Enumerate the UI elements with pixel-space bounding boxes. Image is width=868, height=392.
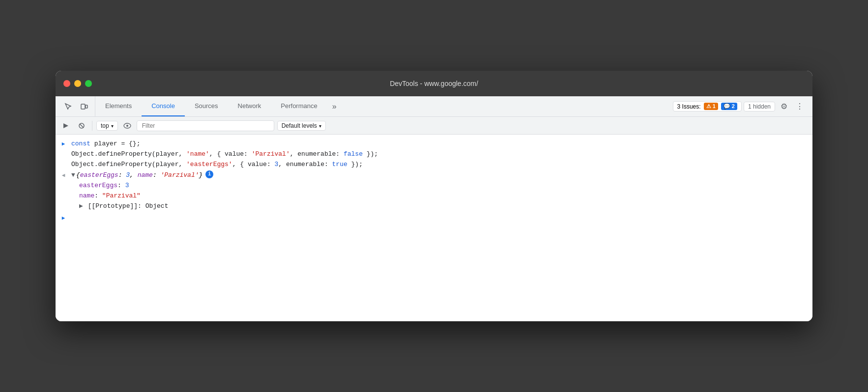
svg-rect-0 (81, 104, 85, 109)
code-line-1: const player = {}; (71, 139, 805, 149)
console-output-block: ◀ ▼ {easterEggs: 3, name: 'Parzival'} i … (56, 170, 812, 212)
log-levels-selector[interactable]: Default levels (277, 121, 326, 131)
minimize-button[interactable] (74, 80, 81, 87)
toolbar-right: 3 Issues: ⚠ 1 💬 2 1 hidden ⚙ ⋮ (669, 96, 810, 116)
eye-icon[interactable] (121, 119, 134, 132)
property-prototype: ▶ [[Prototype]]: Object (71, 201, 805, 212)
info-badge: 💬 2 (721, 103, 737, 110)
console-output: ▶ const player = {}; Object.defineProper… (56, 135, 812, 321)
filter-input[interactable] (137, 120, 274, 131)
window-title: DevTools - www.google.com/ (390, 80, 478, 87)
maximize-button[interactable] (85, 80, 92, 87)
inspect-icon[interactable] (61, 100, 75, 113)
tabs: Elements Console Sources Network Perform… (95, 96, 669, 116)
warning-badge: ⚠ 1 (704, 103, 718, 110)
prototype-triangle[interactable]: ▶ (79, 202, 83, 210)
clear-icon[interactable] (75, 119, 88, 132)
devtools-window: DevTools - www.google.com/ Elements Cons… (56, 71, 812, 321)
easter-eggs-prop-val: 3 (125, 182, 129, 189)
keyword-const: const (71, 140, 94, 147)
log-levels-chevron-icon (319, 122, 321, 129)
tab-performance[interactable]: Performance (271, 96, 327, 116)
more-tabs-button[interactable]: » (327, 96, 342, 116)
tab-console[interactable]: Console (142, 96, 185, 116)
console-input-block: ▶ const player = {}; Object.defineProper… (56, 139, 812, 170)
object-info-icon[interactable]: i (205, 170, 213, 178)
svg-marker-2 (63, 123, 68, 128)
object-summary-line: ▼ {easterEggs: 3, name: 'Parzival'} i (71, 170, 805, 181)
tab-elements[interactable]: Elements (95, 96, 142, 116)
svg-point-6 (126, 125, 128, 127)
context-chevron-icon (111, 122, 114, 129)
input-arrow: ▶ (56, 139, 71, 149)
name-prop-val: "Parzival" (102, 192, 141, 199)
easter-eggs-key: easterEggs (80, 171, 118, 179)
code-block: const player = {}; Object.defineProperty… (71, 139, 812, 169)
issues-label: 3 Issues: (677, 103, 701, 110)
prototype-label: [[Prototype]]: Object (88, 202, 169, 210)
titlebar: DevTools - www.google.com/ (56, 71, 812, 96)
name-prop-key: name (79, 192, 94, 199)
context-selector[interactable]: top (96, 121, 118, 131)
hidden-badge[interactable]: 1 hidden (744, 102, 775, 112)
toolbar-icons (58, 96, 95, 116)
output-arrow: ◀ (56, 170, 71, 180)
tab-network[interactable]: Network (228, 96, 271, 116)
console-toolbar: top Default levels (56, 117, 812, 135)
divider (92, 121, 92, 131)
traffic-lights (63, 80, 92, 87)
easter-eggs-prop-key: easterEggs (79, 182, 117, 189)
tab-sources[interactable]: Sources (185, 96, 228, 116)
svg-line-4 (80, 124, 84, 128)
prompt-arrow: ▶ (56, 213, 71, 223)
console-prompt-line[interactable]: ▶ (56, 212, 812, 224)
issues-badge[interactable]: 3 Issues: ⚠ 1 💬 2 (673, 101, 742, 112)
close-button[interactable] (63, 80, 70, 87)
svg-rect-1 (86, 105, 87, 108)
more-options-icon[interactable]: ⋮ (793, 100, 807, 113)
name-key: name (138, 171, 153, 179)
property-name: name: "Parzival" (71, 191, 805, 201)
tabs-toolbar: Elements Console Sources Network Perform… (56, 96, 812, 117)
property-easter-eggs: easterEggs: 3 (71, 181, 805, 191)
run-icon[interactable] (59, 119, 72, 132)
code-line-2: Object.defineProperty(player, 'name', { … (71, 149, 805, 160)
output-content: ▼ {easterEggs: 3, name: 'Parzival'} i ea… (71, 170, 812, 211)
collapse-triangle[interactable]: ▼ (71, 170, 75, 181)
settings-icon[interactable]: ⚙ (777, 100, 791, 113)
device-icon[interactable] (77, 100, 91, 113)
code-line-3: Object.defineProperty(player, 'easterEgg… (71, 160, 805, 170)
